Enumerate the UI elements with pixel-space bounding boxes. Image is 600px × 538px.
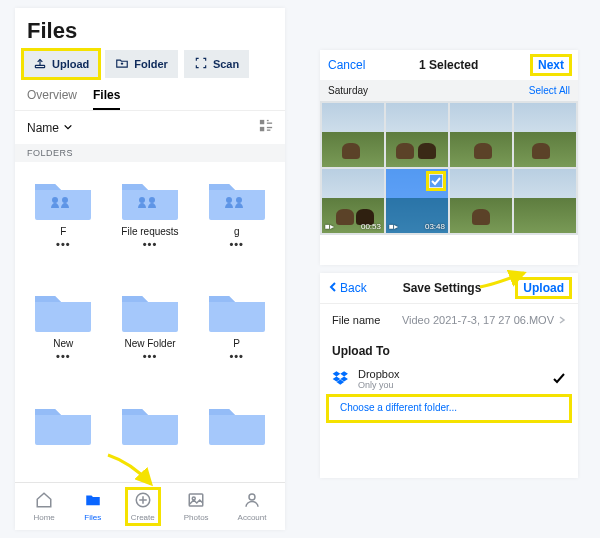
svg-point-8 [62,197,68,203]
more-dots-icon[interactable]: ••• [143,353,158,359]
folder-name: F [60,226,66,237]
chevron-left-icon [328,281,338,295]
sort-label: Name [27,121,59,135]
folder-icon [84,491,102,511]
scan-icon [194,56,208,72]
more-dots-icon[interactable]: ••• [56,241,71,247]
tab-create[interactable]: Create [127,489,159,524]
video-icon: ■▸ [325,222,334,231]
tab-label: Home [33,513,54,522]
upload-to-header: Upload To [320,336,578,362]
svg-point-16 [249,494,255,500]
photo-thumb[interactable] [386,103,448,167]
scan-button[interactable]: Scan [184,50,249,78]
view-toggle-button[interactable] [259,119,273,136]
select-all-button[interactable]: Select All [529,85,570,96]
next-button[interactable]: Next [532,56,570,74]
check-icon [552,372,566,386]
folder-item[interactable]: F ••• [23,170,104,282]
folder-add-icon [115,56,129,72]
back-button[interactable]: Back [328,281,367,295]
upload-icon [33,56,47,72]
filename-label: File name [332,314,380,326]
destination-row[interactable]: Dropbox Only you [320,362,578,394]
folder-icon [33,286,93,334]
more-dots-icon[interactable]: ••• [229,353,244,359]
files-screen: Files Upload Folder Scan Overview Files … [15,8,285,530]
chevron-down-icon [63,121,73,135]
svg-rect-3 [267,123,272,124]
svg-point-9 [139,197,145,203]
folder-item[interactable]: New Folder ••• [110,282,191,394]
video-thumb-selected[interactable]: ■▸03:48 [386,169,448,233]
folder-name: New Folder [124,338,175,349]
photo-thumb[interactable] [450,169,512,233]
folder-icon [33,174,93,222]
folder-icon [120,399,180,447]
day-header: Saturday Select All [320,80,578,101]
action-row: Upload Folder Scan [15,50,285,88]
tab-home[interactable]: Home [29,489,58,524]
folder-icon [207,174,267,222]
check-icon [428,173,444,189]
tab-photos[interactable]: Photos [180,489,213,524]
tab-overview[interactable]: Overview [27,88,77,110]
svg-rect-5 [267,127,272,128]
folder-item[interactable] [23,395,104,482]
folder-button[interactable]: Folder [105,50,178,78]
sort-button[interactable]: Name [27,121,73,135]
destination-name: Dropbox [358,368,400,380]
svg-rect-17 [429,174,443,188]
account-icon [243,491,261,511]
folder-grid: F ••• File requests ••• g ••• New ••• [15,162,285,482]
more-dots-icon[interactable]: ••• [143,241,158,247]
thumbnail-grid: ■▸00:53 ■▸03:48 [320,101,578,235]
svg-rect-0 [35,65,44,67]
destination-sub: Only you [358,380,400,390]
video-icon: ■▸ [389,222,398,231]
chevron-right-icon [558,314,566,326]
folder-name: g [234,226,240,237]
folder-name: P [233,338,240,349]
svg-point-10 [149,197,155,203]
folder-item[interactable] [196,395,277,482]
more-dots-icon[interactable]: ••• [56,353,71,359]
photo-thumb[interactable] [514,103,576,167]
svg-point-7 [52,197,58,203]
svg-point-11 [226,197,232,203]
folder-item[interactable]: File requests ••• [110,170,191,282]
image-icon [187,491,205,511]
upload-button[interactable]: Upload [517,279,570,297]
tab-label: Account [238,513,267,522]
more-dots-icon[interactable]: ••• [229,241,244,247]
photo-thumb[interactable] [514,169,576,233]
page-title: Files [15,8,285,50]
folder-item[interactable]: g ••• [196,170,277,282]
upload-button[interactable]: Upload [23,50,99,78]
filename-row[interactable]: File name Video 2021-7-3, 17 27 06.MOV [320,303,578,336]
folder-icon [33,399,93,447]
save-settings-screen: Back Save Settings Upload File name Vide… [320,273,578,478]
cancel-button[interactable]: Cancel [328,58,365,72]
folder-item[interactable]: P ••• [196,282,277,394]
tab-files[interactable]: Files [93,88,120,110]
tab-account[interactable]: Account [234,489,271,524]
save-title: Save Settings [403,281,482,295]
tab-files[interactable]: Files [80,489,106,524]
bottom-tab-bar: Home Files Create Photos Account [15,482,285,530]
plus-circle-icon [134,491,152,511]
folder-item[interactable] [110,395,191,482]
video-thumb[interactable]: ■▸00:53 [322,169,384,233]
svg-rect-1 [260,120,264,124]
folder-item[interactable]: New ••• [23,282,104,394]
photo-thumb[interactable] [322,103,384,167]
photo-picker-screen: Cancel 1 Selected Next Saturday Select A… [320,50,578,265]
folder-icon [207,399,267,447]
save-header: Back Save Settings Upload [320,273,578,303]
choose-different-folder-link[interactable]: Choose a different folder... [328,396,570,421]
svg-rect-6 [267,130,271,131]
folder-label: Folder [134,58,168,70]
photo-thumb[interactable] [450,103,512,167]
svg-rect-2 [267,120,269,121]
day-label: Saturday [328,85,368,96]
